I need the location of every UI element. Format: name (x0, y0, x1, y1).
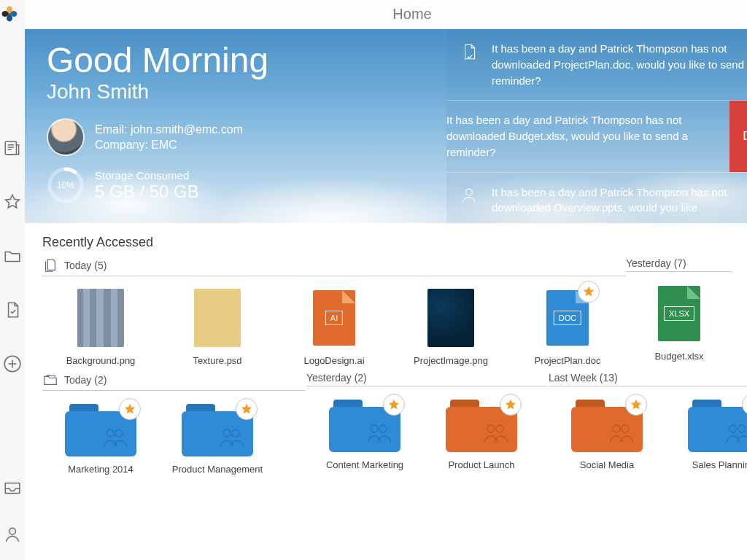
section-title: Recently Accessed (42, 235, 747, 250)
nav-folder-icon[interactable] (3, 246, 22, 268)
file-item[interactable]: Background.png (42, 287, 159, 366)
storage-value: 5 GB / 50 GB (95, 182, 199, 202)
nav-document-checkout-icon[interactable] (3, 300, 22, 322)
file-label: Background.png (66, 355, 136, 366)
svg-point-2 (9, 528, 16, 534)
folder-item[interactable]: Social Media (549, 397, 665, 470)
nav-inbox-icon[interactable] (3, 478, 22, 500)
star-icon (578, 281, 600, 303)
nav-news-icon[interactable] (3, 139, 22, 160)
notification-item[interactable]: It has been a day and Patrick Thompson h… (446, 173, 747, 224)
topbar: Home (25, 0, 747, 29)
svg-point-14 (613, 425, 620, 432)
star-icon (625, 394, 647, 416)
recent-files-row: Today (5) Background.pngTexture.psdAILog… (42, 257, 747, 366)
file-item[interactable]: AILogoDesign.ai (276, 287, 392, 366)
svg-point-13 (496, 425, 503, 432)
svg-point-16 (729, 425, 737, 432)
svg-point-17 (738, 425, 746, 432)
main: Home Good Morning John Smith Email: john… (25, 0, 747, 560)
nav-add-icon[interactable] (3, 354, 22, 376)
user-company: Company: EMC (95, 137, 243, 153)
svg-point-12 (487, 425, 495, 432)
svg-point-5 (466, 189, 473, 195)
star-icon (236, 398, 258, 420)
avatar[interactable] (47, 118, 85, 156)
page-title: Home (392, 6, 431, 23)
greeting: Good Morning (47, 42, 353, 79)
nav-favorites-icon[interactable] (3, 192, 22, 214)
app-logo-icon[interactable] (0, 4, 25, 29)
file-label: Texture.psd (193, 355, 241, 366)
folder-label: Content Marketing (326, 459, 403, 470)
file-label: Budget.xlsx (654, 351, 703, 362)
storage-label: Storage Consumed (95, 169, 199, 182)
notification-text: It has been a day and Patrick Thompson h… (492, 41, 747, 88)
nav-account-icon[interactable] (3, 525, 22, 547)
group-header-folders-today: Today (2) (42, 372, 305, 391)
svg-rect-0 (5, 141, 16, 154)
folder-label: Marketing 2014 (68, 464, 133, 475)
folder-label: Product Management (172, 464, 263, 475)
folders-icon (42, 372, 58, 388)
notification-text: It has been a day and Patrick Thompson h… (446, 112, 747, 160)
hero: Good Morning John Smith Email: john.smit… (25, 29, 747, 223)
file-item[interactable]: DOCProjectPlan.doc (509, 287, 626, 366)
folder-item[interactable]: Sales Planning (665, 397, 747, 470)
svg-point-9 (232, 429, 239, 437)
group-header-files-yesterday: Yesterday (7) (626, 257, 732, 272)
group-header-files-today: Today (5) (42, 257, 626, 276)
file-label: ProjectPlan.doc (534, 355, 600, 366)
body: Recently Accessed Today (5) Background.p… (25, 223, 747, 560)
file-item[interactable]: Texture.psd (159, 287, 276, 366)
svg-point-7 (115, 429, 123, 437)
documents-icon (42, 257, 58, 273)
folder-item[interactable]: Product Management (159, 401, 276, 475)
star-icon (383, 394, 405, 416)
file-item[interactable]: ProjectImage.png (392, 287, 509, 366)
group-header-folders-lastweek: Last Week (13) (549, 372, 747, 386)
folder-item[interactable]: Product Launch (423, 397, 540, 470)
svg-point-15 (622, 425, 629, 432)
svg-point-11 (379, 425, 387, 432)
folder-item[interactable]: Content Marketing (306, 397, 423, 470)
user-icon (460, 186, 479, 205)
file-label: LogoDesign.ai (303, 355, 364, 366)
user-email: Email: john.smith@emc.com (95, 122, 243, 138)
notification-panel: It has been a day and Patrick Thompson h… (446, 29, 747, 223)
storage-gauge: 10% (47, 166, 85, 204)
sidebar (0, 0, 25, 560)
file-label: ProjectImage.png (414, 355, 488, 366)
file-item[interactable]: XLSXBudget.xlsx (626, 282, 732, 362)
folder-item[interactable]: Marketing 2014 (42, 401, 159, 475)
user-name: John Smith (47, 80, 353, 104)
dismiss-button[interactable]: Dismiss (729, 101, 747, 171)
folder-label: Product Launch (448, 459, 514, 470)
folder-label: Sales Planning (692, 459, 747, 470)
storage-percent: 10% (47, 166, 85, 204)
svg-point-8 (223, 429, 231, 437)
notification-item[interactable]: It has been a day and Patrick Thompson h… (446, 29, 747, 101)
profile-info: Email: john.smith@emc.com Company: EMC (95, 122, 243, 153)
notification-item[interactable]: It has been a day and Patrick Thompson h… (446, 101, 747, 172)
recent-folders-row: Today (2) Marketing 2014Product Manageme… (42, 372, 747, 475)
group-header-folders-yesterday: Yesterday (2) (306, 372, 547, 386)
star-icon (500, 394, 522, 416)
folder-label: Social Media (580, 459, 634, 470)
notification-text: It has been a day and Patrick Thompson h… (492, 184, 747, 217)
document-icon (460, 42, 479, 61)
svg-point-6 (107, 429, 114, 437)
svg-point-10 (371, 425, 378, 432)
star-icon (119, 398, 141, 420)
